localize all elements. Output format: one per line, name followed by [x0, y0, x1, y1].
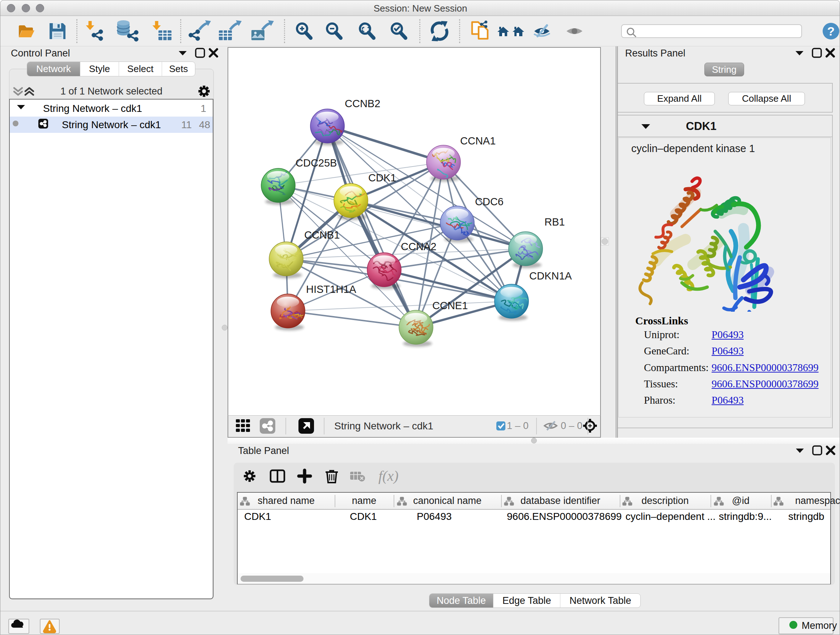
svg-text:CDK1: CDK1: [368, 172, 396, 184]
svg-text:CDC25B: CDC25B: [295, 157, 337, 169]
svg-text:CCNA1: CCNA1: [460, 135, 496, 147]
svg-text:?: ?: [827, 24, 835, 38]
svg-text:CCNA2: CCNA2: [401, 241, 436, 252]
svg-text:CCNE1: CCNE1: [432, 300, 468, 311]
svg-text:CDKN1A: CDKN1A: [529, 270, 572, 282]
svg-text:RB1: RB1: [545, 216, 565, 228]
svg-text:CCNB2: CCNB2: [345, 98, 380, 109]
svg-text:CDC6: CDC6: [475, 196, 504, 207]
svg-text:HIST1H1A: HIST1H1A: [306, 283, 356, 295]
svg-text:CCNB1: CCNB1: [304, 229, 340, 241]
svg-text:f(x): f(x): [378, 468, 399, 484]
